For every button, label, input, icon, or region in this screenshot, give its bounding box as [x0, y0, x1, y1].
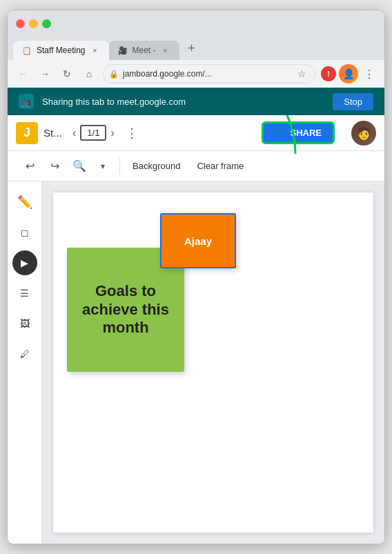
sharing-text: Sharing this tab to meet.google.com — [42, 97, 324, 107]
share-label: SHARE — [290, 128, 322, 138]
chrome-menu-button[interactable]: ⋮ — [361, 66, 378, 82]
eraser-tool[interactable]: ◻ — [12, 220, 37, 245]
lock-icon: 🔒 — [109, 70, 119, 79]
user-profile-avatar[interactable]: 🧑 — [351, 121, 376, 146]
jam-next-arrow[interactable]: › — [108, 126, 117, 141]
url-text: jamboard.google.com/... — [123, 69, 212, 79]
clear-frame-button[interactable]: Clear frame — [190, 157, 251, 175]
bookmark-icon[interactable]: ☆ — [297, 68, 309, 79]
tab-label-meet: Meet - — [133, 46, 156, 55]
close-button[interactable] — [16, 19, 25, 28]
jam-toolbar: ↩ ↪ 🔍 ▾ Background Clear frame — [8, 151, 384, 181]
jam-more-options[interactable]: ⋮ — [126, 126, 138, 141]
redo-button[interactable]: ↪ — [43, 155, 66, 177]
minimize-button[interactable] — [29, 19, 38, 28]
zoom-dropdown-button[interactable]: ▾ — [92, 155, 114, 177]
undo-button[interactable]: ↩ — [19, 155, 41, 177]
pen-tool[interactable]: ✏️ — [12, 190, 37, 215]
jam-title: St... — [43, 127, 64, 139]
tab-close-meet[interactable]: × — [160, 45, 171, 56]
share-person-icon: 👤 — [275, 128, 286, 138]
jam-frame-indicator: 1/1 — [80, 125, 106, 141]
jam-topbar: J St... ‹ 1/1 › ⋮ 👤 SHARE — [8, 115, 384, 151]
title-bar — [8, 10, 384, 37]
laser-tool[interactable]: 🖊 — [12, 342, 37, 366]
canvas-area: ✏️ ◻ ▶ ☰ 🖼 🖊 Goals to achieve this month… — [8, 181, 384, 544]
sharing-icon: 📺 — [19, 94, 34, 109]
traffic-lights — [16, 19, 51, 28]
tab-favicon-staff: 📋 — [21, 45, 32, 56]
jam-prev-arrow[interactable]: ‹ — [70, 126, 79, 141]
tab-favicon-meet: 🎥 — [117, 45, 128, 56]
toolbar-divider-1 — [119, 158, 120, 175]
sticky-note-tool[interactable]: ☰ — [12, 281, 37, 306]
tab-staff-meeting[interactable]: 📋 Staff Meeting × — [13, 41, 109, 60]
orange-sticky-note[interactable]: Ajaay — [160, 213, 236, 268]
tab-close-staff[interactable]: × — [90, 45, 101, 56]
browser-window: 📋 Staff Meeting × 🎥 Meet - × + ← → ↻ ⌂ 🔒… — [7, 10, 385, 544]
address-bar: ← → ↻ ⌂ 🔒 jamboard.google.com/... ☆ ! 👤 … — [8, 60, 384, 88]
stop-sharing-button[interactable]: Stop — [333, 93, 373, 110]
extension-icon[interactable]: ! — [321, 66, 336, 81]
home-button[interactable]: ⌂ — [81, 66, 97, 82]
board-white: Goals to achieve this month Ajaay — [53, 192, 373, 533]
maximize-button[interactable] — [42, 19, 51, 28]
nav-right-icons: ! 👤 ⋮ — [321, 64, 378, 83]
left-sidebar: ✏️ ◻ ▶ ☰ 🖼 🖊 — [8, 181, 42, 544]
tabs-bar: 📋 Staff Meeting × 🎥 Meet - × + — [8, 37, 384, 60]
background-button[interactable]: Background — [126, 157, 187, 175]
jam-nav-arrows: ‹ 1/1 › — [70, 125, 117, 141]
select-tool[interactable]: ▶ — [12, 250, 37, 275]
zoom-section: 🔍 ▾ — [68, 155, 114, 177]
user-avatar[interactable]: 👤 — [339, 64, 358, 83]
green-note-text: Goals to achieve this month — [74, 282, 177, 337]
tab-meet[interactable]: 🎥 Meet - × — [109, 41, 179, 60]
jam-share-button[interactable]: 👤 SHARE — [262, 121, 335, 144]
sharing-banner: 📺 Sharing this tab to meet.google.com St… — [8, 88, 384, 115]
board-canvas: Goals to achieve this month Ajaay — [53, 192, 373, 533]
jamboard-main: J St... ‹ 1/1 › ⋮ 👤 SHARE — [8, 115, 384, 544]
tab-label-staff: Staff Meeting — [37, 46, 86, 55]
orange-note-text: Ajaay — [184, 235, 212, 247]
back-button[interactable]: ← — [14, 66, 31, 82]
new-tab-button[interactable]: + — [182, 39, 202, 58]
zoom-button[interactable]: 🔍 — [68, 155, 90, 177]
address-input[interactable]: 🔒 jamboard.google.com/... ☆ — [103, 64, 315, 83]
refresh-button[interactable]: ↻ — [59, 66, 75, 82]
jamboard-logo: J — [16, 122, 38, 144]
image-tool[interactable]: 🖼 — [12, 311, 37, 336]
forward-button[interactable]: → — [37, 66, 53, 82]
